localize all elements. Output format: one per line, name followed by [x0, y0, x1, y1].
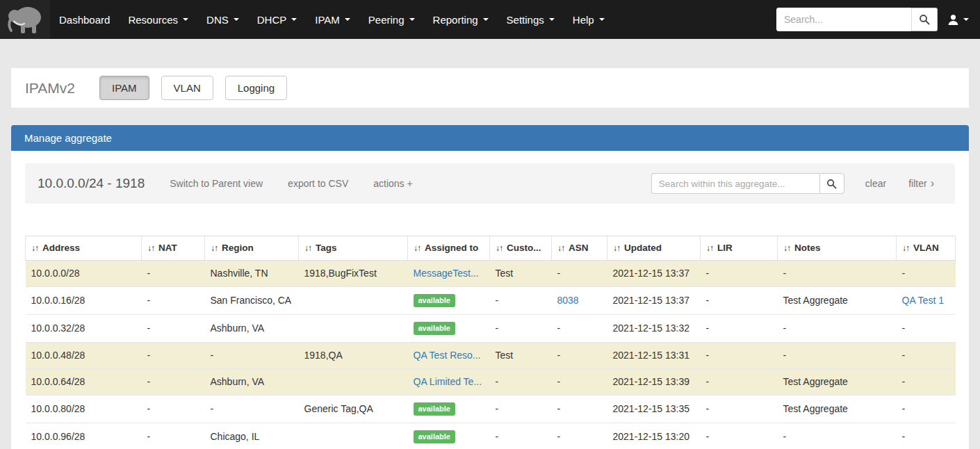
- cell-assigned-to: MessageTest...: [408, 261, 490, 287]
- nav-item-label: Help: [573, 14, 594, 26]
- column-header-label: Custo...: [507, 243, 541, 253]
- chevron-down-icon: [483, 18, 489, 21]
- cell-tags: [299, 369, 408, 395]
- chevron-down-icon: [345, 18, 350, 21]
- chevron-down-icon: [963, 18, 969, 21]
- column-header-custo[interactable]: ↓↑Custo...: [490, 236, 552, 261]
- nav-item-label: IPAM: [315, 14, 340, 26]
- nav-item-label: DNS: [206, 14, 229, 26]
- assigned-resource-link[interactable]: QA Test Reso...: [414, 350, 481, 361]
- cell-vlan: -: [897, 343, 956, 369]
- column-header-assigned-to[interactable]: ↓↑Assigned to: [408, 236, 490, 261]
- cell-assigned-to: QA Test Reso...: [408, 343, 490, 369]
- column-header-lir[interactable]: ↓↑LIR: [701, 236, 778, 261]
- sort-icon: ↓↑: [706, 243, 713, 253]
- cell-nat: -: [142, 343, 205, 369]
- cell-notes: Test Aggregate: [778, 287, 897, 315]
- main-nav: DashboardResourcesDNSDHCPIPAMPeeringRepo…: [50, 0, 614, 39]
- nav-item-ipam[interactable]: IPAM: [306, 0, 359, 39]
- column-header-nat[interactable]: ↓↑NAT: [142, 236, 205, 261]
- assigned-resource-link[interactable]: MessageTest...: [414, 268, 479, 279]
- cell-lir: -: [701, 315, 778, 343]
- nav-item-peering[interactable]: Peering: [359, 0, 424, 39]
- column-header-region[interactable]: ↓↑Region: [205, 236, 299, 261]
- nav-item-label: Peering: [368, 14, 405, 26]
- cell-asn: -: [552, 343, 607, 369]
- column-header-label: VLAN: [913, 243, 939, 253]
- cell-nat: -: [142, 315, 205, 343]
- cell-tags: [299, 423, 408, 449]
- page-titlebar: IPAMv2 IPAMVLANLogging: [11, 68, 969, 108]
- cell-vlan: -: [897, 261, 956, 287]
- aggregate-search-button[interactable]: [819, 173, 844, 194]
- nav-item-label: Settings: [507, 14, 544, 26]
- cell-nat: -: [142, 395, 205, 423]
- nav-item-reporting[interactable]: Reporting: [424, 0, 498, 39]
- column-header-updated[interactable]: ↓↑Updated: [607, 236, 701, 261]
- cell-asn: -: [552, 315, 607, 343]
- cell-nat: -: [142, 423, 205, 449]
- magnifier-icon: [919, 14, 930, 25]
- vlan-link[interactable]: QA Test 1: [902, 295, 944, 306]
- asn-link[interactable]: 8038: [557, 295, 579, 306]
- navbar-right: [776, 0, 980, 39]
- cell-lir: -: [701, 287, 778, 315]
- nav-item-help[interactable]: Help: [564, 0, 614, 39]
- cell-updated: 2021-12-15 13:39: [607, 369, 701, 395]
- tab-vlan[interactable]: VLAN: [161, 76, 213, 100]
- assigned-resource-link[interactable]: QA Limited Te...: [414, 376, 482, 387]
- column-header-tags[interactable]: ↓↑Tags: [299, 236, 408, 261]
- column-header-vlan[interactable]: ↓↑VLAN: [897, 236, 956, 261]
- filter-link[interactable]: filter ›: [908, 178, 934, 189]
- tab-logging[interactable]: Logging: [225, 76, 287, 100]
- nav-item-settings[interactable]: Settings: [498, 0, 564, 39]
- actions-menu-link[interactable]: actions +: [373, 178, 412, 189]
- cell-lir: -: [701, 343, 778, 369]
- nav-item-dashboard[interactable]: Dashboard: [50, 0, 119, 39]
- cell-vlan: -: [897, 369, 956, 395]
- nav-item-resources[interactable]: Resources: [119, 0, 197, 39]
- chevron-down-icon: [234, 18, 239, 21]
- sort-icon: ↓↑: [147, 243, 154, 253]
- column-header-address[interactable]: ↓↑Address: [26, 236, 142, 261]
- sort-icon: ↓↑: [557, 243, 564, 253]
- table-row: 10.0.0.96/28-Chicago, ILavailable--2021-…: [26, 423, 956, 449]
- cell-asn: -: [552, 261, 607, 287]
- app-logo[interactable]: [0, 0, 50, 39]
- cell-region: -: [205, 343, 299, 369]
- nav-item-dns[interactable]: DNS: [197, 0, 248, 39]
- cell-lir: -: [701, 395, 778, 423]
- table-row: 10.0.0.80/28--Generic Tag,QAavailable--2…: [26, 395, 956, 423]
- global-search-input[interactable]: [776, 8, 911, 31]
- column-header-label: Notes: [794, 243, 821, 253]
- switch-parent-view-link[interactable]: Switch to Parent view: [170, 178, 263, 189]
- aggregate-title: 10.0.0.0/24 - 1918: [38, 176, 145, 191]
- aggregate-search: [651, 173, 844, 194]
- cell-customer: -: [490, 423, 552, 449]
- manage-aggregate-panel: Manage aggregate 10.0.0.0/24 - 1918 Swit…: [11, 125, 969, 449]
- cell-lir: -: [701, 423, 778, 449]
- cell-customer: Test: [490, 343, 552, 369]
- aggregate-search-input[interactable]: [651, 173, 819, 194]
- column-header-asn[interactable]: ↓↑ASN: [552, 236, 607, 261]
- cell-customer: -: [490, 395, 552, 423]
- cell-assigned-to: available: [408, 315, 490, 343]
- clear-filter-link[interactable]: clear: [865, 178, 886, 189]
- table-header-row: ↓↑Address↓↑NAT↓↑Region↓↑Tags↓↑Assigned t…: [26, 236, 956, 261]
- global-search-button[interactable]: [911, 8, 938, 31]
- nav-item-dhcp[interactable]: DHCP: [248, 0, 307, 39]
- export-csv-link[interactable]: export to CSV: [288, 178, 348, 189]
- cell-region: -: [205, 395, 299, 423]
- cell-notes: -: [778, 343, 897, 369]
- sort-icon: ↓↑: [783, 243, 790, 253]
- tab-ipam[interactable]: IPAM: [99, 76, 149, 100]
- cell-updated: 2021-12-15 13:20: [607, 423, 701, 449]
- panel-body: 10.0.0.0/24 - 1918 Switch to Parent view…: [11, 151, 969, 449]
- cell-updated: 2021-12-15 13:35: [607, 395, 701, 423]
- cell-notes: -: [778, 423, 897, 449]
- user-menu[interactable]: [947, 14, 969, 26]
- cell-region: Nashville, TN: [205, 261, 299, 287]
- global-search: [776, 8, 938, 31]
- column-header-notes[interactable]: ↓↑Notes: [778, 236, 897, 261]
- cell-address: 10.0.0.96/28: [26, 423, 142, 449]
